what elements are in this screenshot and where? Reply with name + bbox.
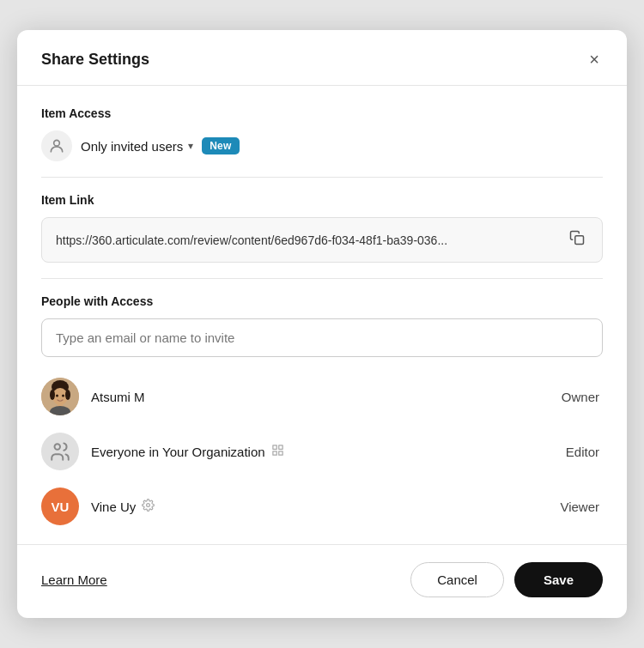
avatar [41, 433, 79, 470]
item-link-section: Item Link https://360.articulate.com/rev… [41, 193, 603, 263]
svg-rect-15 [278, 451, 282, 455]
people-list: Atsumi M Owner Everyone in Your [41, 369, 603, 534]
person-name: Everyone in Your Organization [91, 444, 554, 459]
divider-1 [41, 177, 603, 178]
access-type-label: Only invited users [81, 139, 183, 154]
avatar: VU [41, 488, 79, 525]
close-button[interactable]: × [586, 47, 603, 71]
svg-point-0 [54, 140, 60, 146]
people-access-label: People with Access [41, 294, 603, 308]
divider-2 [41, 278, 603, 279]
svg-rect-1 [575, 236, 584, 245]
person-row: VU Vine Uy Viewer [41, 479, 603, 534]
person-icon [41, 130, 72, 161]
person-role: Editor [566, 445, 603, 459]
copy-link-button[interactable] [566, 228, 588, 251]
access-selector[interactable]: Only invited users ▾ [81, 139, 193, 154]
person-row: Everyone in Your Organization Editor [41, 424, 603, 479]
save-button[interactable]: Save [514, 562, 603, 597]
org-settings-icon [271, 444, 284, 459]
avatar [41, 378, 79, 415]
modal-footer: Learn More Cancel Save [17, 544, 627, 618]
item-access-row: Only invited users ▾ New [41, 130, 603, 161]
person-row: Atsumi M Owner [41, 369, 603, 424]
footer-buttons: Cancel Save [410, 562, 603, 597]
person-role: Owner [562, 390, 603, 404]
person-role: Viewer [560, 500, 603, 514]
svg-point-16 [147, 504, 150, 507]
svg-point-6 [65, 390, 70, 400]
item-link-label: Item Link [41, 193, 603, 207]
svg-rect-13 [278, 445, 282, 449]
cancel-button[interactable]: Cancel [410, 562, 504, 597]
svg-point-11 [55, 444, 61, 450]
item-access-label: Item Access [41, 106, 603, 120]
invite-input[interactable] [41, 318, 603, 357]
modal-title: Share Settings [41, 51, 149, 69]
item-access-section: Item Access Only invited users ▾ New [41, 106, 603, 161]
learn-more-link[interactable]: Learn More [41, 572, 107, 587]
svg-point-9 [56, 395, 58, 397]
share-settings-modal: Share Settings × Item Access Only invite… [17, 30, 627, 618]
people-with-access-section: People with Access [41, 294, 603, 534]
link-url: https://360.articulate.com/review/conten… [56, 233, 557, 247]
person-name: Vine Uy [91, 499, 548, 514]
chevron-down-icon: ▾ [188, 140, 193, 152]
person-name: Atsumi M [91, 390, 550, 404]
new-badge: New [202, 137, 239, 154]
svg-point-10 [62, 395, 64, 397]
item-link-box: https://360.articulate.com/review/conten… [41, 217, 603, 263]
modal-body: Item Access Only invited users ▾ New Ite… [17, 86, 627, 534]
svg-rect-14 [273, 451, 276, 455]
modal-header: Share Settings × [17, 30, 627, 86]
avatar-initials: VU [52, 500, 70, 514]
svg-rect-12 [273, 445, 276, 449]
svg-point-5 [50, 390, 55, 400]
viewer-settings-icon [142, 499, 155, 514]
